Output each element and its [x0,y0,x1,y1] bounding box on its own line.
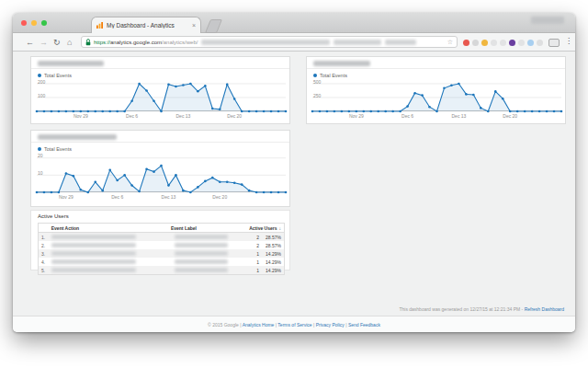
redacted-event-action [51,251,136,256]
active-users-percent: 28.57% [259,235,284,240]
y-axis-tick: 500 [313,79,321,85]
profile-icon[interactable] [548,39,560,47]
refresh-dashboard-link[interactable]: Refresh Dashboard [525,306,564,312]
footer-link[interactable]: Privacy Policy [316,322,345,328]
redacted-event-label [175,268,228,272]
y-axis-tick: 20 [38,153,43,158]
address-bar[interactable]: https://analytics.google.com/analytics/w… [81,36,458,48]
x-axis-tick: Nov 29 [59,194,74,200]
event-action-cell [50,235,175,239]
x-axis-tick: Dec 20 [503,113,517,119]
event-label-cell [175,268,246,272]
back-icon[interactable]: ← [26,37,34,48]
event-label-cell [175,235,246,239]
x-axis-tick: Nov 29 [349,113,364,119]
total-events-chart-2: 500250Nov 29Dec 6Dec 13Dec 20 [312,81,561,111]
browser-toolbar: ← → ↻ ⌂ https://analytics.google.com/ana… [13,33,575,52]
url-text: https://analytics.google.com/analytics/w… [94,40,198,45]
x-axis-tick: Dec 13 [162,194,176,200]
footer-link[interactable]: Send Feedback [348,322,380,328]
event-action-cell [50,259,175,264]
event-label-cell [175,259,246,264]
active-users-count: 1 [246,259,259,265]
table-row: 3.114.29% [39,249,284,258]
extension-icon[interactable] [472,40,479,46]
titlebar-redacted-label [531,17,564,24]
legend-label: Total Events [44,73,72,78]
row-rank: 1. [39,235,50,240]
x-axis-tick: Dec 6 [111,194,123,200]
extension-icon[interactable] [518,40,525,46]
extension-icon[interactable] [491,40,497,46]
forward-icon[interactable]: → [40,37,48,48]
active-users-percent: 14.29% [259,268,284,273]
redacted-event-label [175,243,228,247]
home-icon[interactable]: ⌂ [67,37,72,48]
browser-window: My Dashboard - Analytics × ← → ↻ ⌂ https… [13,13,575,332]
y-axis-tick: 10 [38,170,43,176]
active-users-card: Active Users Event Action Event Label Ac… [30,210,290,270]
tab-close-icon[interactable]: × [192,22,196,29]
column-header-event-action[interactable]: Event Action [50,225,171,231]
active-users-table: Event Action Event Label Active Users ↓ … [38,223,285,275]
active-users-count: 2 [246,243,259,248]
redacted-event-action [51,235,136,239]
x-axis-tick: Dec 20 [212,194,227,200]
x-axis-tick: Dec 20 [227,113,242,119]
browser-tab[interactable]: My Dashboard - Analytics × [91,17,201,33]
y-axis-tick: 100 [38,93,45,98]
minimize-window-button[interactable] [31,20,37,26]
extension-icon[interactable] [527,40,534,46]
redacted-event-label [175,251,228,256]
row-rank: 2. [39,243,50,248]
dashboard-content: Total Events 200100Nov 29Dec 6Dec 13Dec … [13,52,575,332]
total-events-chart-1: 200100Nov 29Dec 6Dec 13Dec 20 [37,81,286,111]
reload-icon[interactable]: ↻ [53,37,61,48]
url-redacted-segment [201,40,330,45]
extension-icon[interactable] [481,40,488,46]
legend: Total Events [38,73,72,78]
extension-icon[interactable] [500,40,506,46]
close-window-button[interactable] [21,20,27,26]
redacted-event-action [51,243,136,247]
row-rank: 3. [39,251,50,257]
total-events-chart-3: 2010Nov 29Dec 6Dec 13Dec 20 [37,155,286,192]
event-action-cell [50,251,175,256]
table-row: 5.114.29% [39,266,284,274]
redacted-event-action [51,259,136,264]
sort-desc-icon[interactable]: ↓ [277,225,285,231]
footer-link[interactable]: Analytics Home [243,322,275,328]
x-axis-tick: Dec 6 [126,113,138,119]
widget-title-redacted [38,61,104,66]
browser-menu-icon[interactable]: ⋮ [565,37,572,45]
new-tab-button[interactable] [205,19,222,33]
extension-icon[interactable] [463,40,469,46]
legend: Total Events [313,73,347,78]
column-header-active-users[interactable]: Active Users [241,225,277,231]
generated-note: This dashboard was generated on 12/27/15… [399,306,564,312]
active-users-count: 1 [246,251,259,257]
footer-link[interactable]: Terms of Service [277,322,311,328]
series-dot-icon [313,74,317,77]
bookmark-star-icon[interactable]: ☆ [447,39,453,46]
event-action-cell [50,243,175,247]
redacted-event-action [51,268,136,272]
x-axis-tick: Nov 29 [74,113,88,119]
event-label-cell [175,243,246,247]
widget-title-redacted [313,61,370,66]
extension-icon[interactable] [509,40,515,46]
x-axis-tick: Dec 6 [401,113,413,119]
redacted-event-label [175,259,228,264]
url-redacted-segment [334,40,381,45]
active-users-count: 2 [246,235,259,240]
active-users-percent: 14.29% [259,251,284,257]
redacted-event-label [175,235,228,239]
table-row: 2.228.57% [39,241,284,249]
zoom-window-button[interactable] [41,20,47,26]
extension-icon[interactable] [537,40,543,46]
series-dot-icon [38,74,41,77]
url-redacted-segment [385,40,416,45]
column-header-event-label[interactable]: Event Label [171,225,241,231]
event-action-cell [50,268,175,272]
table-row: 4.114.29% [39,258,284,266]
